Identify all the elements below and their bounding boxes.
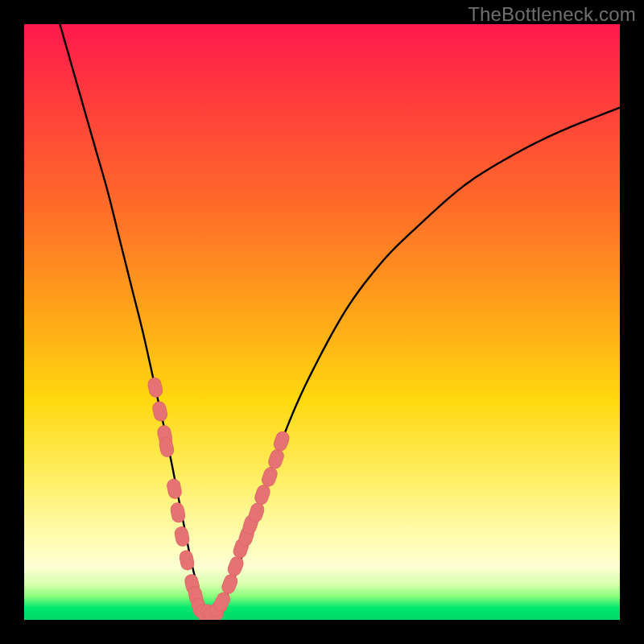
curve-marker	[156, 424, 173, 446]
curve-marker	[260, 465, 279, 488]
curve-marker	[220, 572, 239, 595]
curve-marker	[199, 602, 219, 620]
curve-marker	[166, 478, 182, 500]
curve-marker	[266, 448, 285, 470]
curve-marker	[237, 525, 256, 547]
plot-area	[24, 24, 620, 620]
marker-cluster	[147, 377, 291, 620]
curve-marker	[242, 514, 260, 536]
curve-layer	[24, 24, 620, 620]
curve-marker	[158, 436, 175, 458]
curve-marker	[151, 401, 168, 423]
curve-marker	[232, 537, 250, 559]
curve-marker	[204, 608, 223, 620]
curve-marker	[226, 555, 246, 577]
curve-marker	[207, 597, 229, 619]
curve-marker	[190, 597, 208, 619]
bottleneck-curve-path	[60, 24, 620, 615]
curve-marker	[272, 430, 291, 452]
curve-marker	[174, 526, 190, 547]
curve-marker	[187, 585, 204, 607]
watermark-text: TheBottleneck.com	[468, 3, 636, 26]
curve-marker	[254, 484, 272, 506]
curve-marker	[147, 377, 163, 398]
curve-marker	[212, 590, 232, 613]
curve-marker	[247, 502, 266, 524]
curve-marker	[170, 502, 186, 523]
bottleneck-curve	[60, 24, 620, 615]
curve-marker	[184, 573, 200, 595]
curve-marker	[179, 550, 195, 572]
chart-frame: TheBottleneck.com	[0, 0, 644, 644]
curve-marker	[194, 602, 214, 620]
